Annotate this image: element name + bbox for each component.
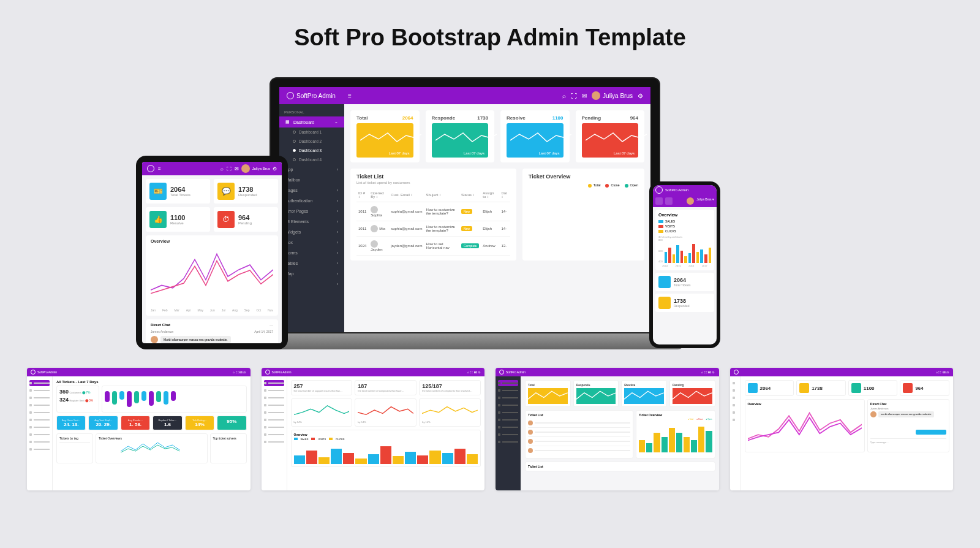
chat-icon: 💬	[217, 183, 235, 200]
brand[interactable]: SoftPro Admin	[287, 92, 336, 99]
chat-avatar	[151, 336, 158, 343]
sidebar	[262, 376, 287, 490]
sidebar-sub-dashboard1[interactable]: Dashboard 1	[279, 127, 344, 137]
line-chart	[748, 406, 862, 449]
sidebar-sub-dashboard2[interactable]: Dashboard 2	[279, 137, 344, 146]
settings-icon[interactable]: ⚙	[638, 93, 643, 99]
avatar[interactable]	[687, 197, 694, 205]
phone-topbar: SoftPro Admin	[653, 185, 717, 195]
mini-stat[interactable]: ⏱964Pending	[214, 207, 278, 232]
table-row[interactable]: 1024Jaydenjayden@gmail.com How to set Ho…	[356, 237, 510, 256]
table-header[interactable]: Opened By ↕	[369, 188, 389, 202]
fullscreen-icon[interactable]: ⛶	[227, 166, 232, 172]
mail-icon[interactable]: ✉	[235, 166, 239, 172]
logo-icon	[147, 165, 154, 172]
avatar[interactable]	[241, 164, 250, 173]
table-header[interactable]: Status ↕	[459, 188, 481, 202]
brand-text: SoftPro Admin	[296, 93, 336, 99]
ticket-list-subtitle: List of ticket opend by customers	[356, 181, 510, 185]
table-header[interactable]: Sbuject ↕	[424, 188, 459, 202]
menu-toggle-icon[interactable]: ≡	[348, 93, 352, 99]
sidebar-sub-dashboard3[interactable]: Dashboard 3	[279, 146, 344, 155]
table-row[interactable]: 1011Sophiasophia@gmail.com How to custom…	[356, 202, 510, 221]
sidebar-item-auth[interactable]: Authentication›	[279, 196, 344, 206]
chat-bubble: Morbi ullamcorper massa nec gravida mole…	[160, 336, 231, 343]
chat-icons[interactable]: ⋯	[270, 323, 273, 327]
sidebar-item-tables[interactable]: Map›	[279, 268, 344, 279]
sidebar-label: Dashboard	[293, 120, 314, 124]
sidebar-item-widgets[interactable]: Widgets›	[279, 227, 344, 237]
logo-icon	[31, 370, 36, 375]
chat-title: Direct Chat	[151, 323, 170, 327]
phone-overview: Overview SALESVISITSCLICKS 3D chart by a…	[655, 210, 714, 270]
laptop-device: SoftPro Admin ≡ ⌕ ⛶ ✉ Juliya Brus ⚙	[270, 77, 660, 347]
thumbnail-2[interactable]: SoftPro Admin⌕ ⛶ ✉ ⚙ 257the total number…	[262, 368, 485, 490]
settings-icon[interactable]: ⚙	[273, 166, 277, 172]
mail-icon[interactable]: ✉	[582, 93, 587, 99]
user-short: Juliya Brus ▾	[696, 197, 714, 205]
legend-item: SALES	[658, 219, 711, 223]
sidebar-item-dashboard[interactable]: ▦ Dashboard ⌄	[279, 116, 344, 127]
ticket-list-title: Ticket List	[356, 173, 510, 180]
sidebar	[496, 376, 521, 490]
ticket-table: ID # ↕Opened By ↕Cust. Email ↕Sbuject ↕S…	[356, 188, 510, 256]
x-axis: JanFebMarAprMayJunJulAugSepOctNov	[151, 308, 273, 312]
phone-device: SoftPro Admin Juliya Brus ▾ Overview SAL…	[649, 181, 720, 348]
logo-icon	[287, 92, 294, 99]
mini-stat[interactable]: 👍1100Resolve	[146, 207, 210, 232]
table-header[interactable]: Assign to ↕	[481, 188, 499, 202]
fullscreen-icon[interactable]: ⛶	[571, 93, 577, 99]
mini-stat[interactable]: 💬1738Responded	[214, 179, 278, 204]
line-chart	[151, 246, 273, 307]
ticket-list-repeat: Ticket List	[525, 462, 715, 471]
phone-stat[interactable]: 2064Total Tickets	[655, 273, 714, 291]
table-row[interactable]: 1011Miasophia@gmail.com How to customize…	[356, 221, 510, 237]
ticket-overview-panel: Ticket Overview Total Close Open	[522, 169, 644, 261]
clock-icon: ⏱	[217, 211, 235, 228]
overview-chart	[529, 191, 638, 253]
stat-card-resolve[interactable]: Resolve1100 Last 07 days	[500, 110, 570, 162]
thumb-icon: 👍	[149, 211, 167, 228]
legend-total: Total	[588, 183, 601, 188]
table-header[interactable]: Cust. Email ↕	[389, 188, 424, 202]
mini-stat[interactable]: 🎫2064Total Tickets	[146, 179, 210, 204]
sidebar-item-charts[interactable]: Forms›	[279, 248, 344, 258]
menu-icon[interactable]	[655, 197, 663, 205]
topbar: SoftPro Admin ≡ ⌕ ⛶ ✉ Juliya Brus ⚙	[279, 87, 650, 104]
sidebar-section: PERSONAL	[279, 108, 344, 116]
search-icon[interactable]: ⌕	[221, 166, 224, 172]
phone-stat[interactable]: 1738Responded	[655, 294, 714, 312]
thumbnail-1[interactable]: SoftPro Admin⌕ ⛶ ✉ ⚙ All Tickets - Last …	[27, 368, 251, 490]
sidebar	[27, 376, 53, 490]
user-menu[interactable]: Juliya Brus	[592, 91, 633, 100]
sidebar-item-map[interactable]: ›	[279, 279, 344, 289]
search-icon[interactable]: ⌕	[562, 93, 566, 99]
title: All Tickets - Last 7 Days	[56, 380, 247, 384]
thumbnail-3[interactable]: SoftPro Admin⌕ ⛶ ✉ ⚙ TotalRespondeResolv…	[496, 368, 719, 490]
brand: SoftPro Admin	[665, 188, 688, 192]
sidebar-item-forms[interactable]: Tables›	[279, 258, 344, 268]
logo-icon	[655, 186, 663, 194]
stat-card-pending[interactable]: Pending964 Last 07 days	[576, 110, 645, 162]
sidebar	[730, 376, 741, 490]
logo-icon	[265, 370, 270, 375]
table-header[interactable]: Dat ↕	[499, 188, 510, 202]
thumbnail-4[interactable]: ⌕ ⛶ ✉ ⚙ 206417381100964 Overview Direct …	[730, 368, 954, 490]
sidebar-item-error[interactable]: Error Pages›	[279, 206, 344, 216]
stat-card-responde[interactable]: Responde1738 Last 07 days	[426, 110, 495, 162]
sidebar-item-app[interactable]: App›	[279, 164, 344, 175]
sidebar-item-mailbox[interactable]: Mailbox	[279, 175, 344, 185]
bar-chart	[665, 241, 711, 263]
menu-icon[interactable]: ≡	[158, 166, 161, 172]
mail-icon[interactable]	[665, 197, 673, 205]
chat-user: James Anderson	[151, 330, 173, 333]
legend-item: VISITS	[658, 224, 711, 228]
sidebar-item-box[interactable]: Box›	[279, 237, 344, 248]
stat-card-total[interactable]: Total2064 Last 07 days	[350, 110, 420, 162]
sidebar-item-pages[interactable]: Pages›	[279, 185, 344, 196]
tablet-topbar: ≡ ⌕ ⛶ ✉ Juliya Brus ⚙	[142, 162, 282, 175]
direct-chat-panel: Direct Chat ⋯ James Anderson April 14, 2…	[146, 319, 278, 343]
sidebar-item-ui[interactable]: UI Elements›	[279, 216, 344, 227]
table-header[interactable]: ID # ↕	[356, 188, 369, 202]
sidebar-sub-dashboard4[interactable]: Dashboard 4	[279, 155, 344, 164]
